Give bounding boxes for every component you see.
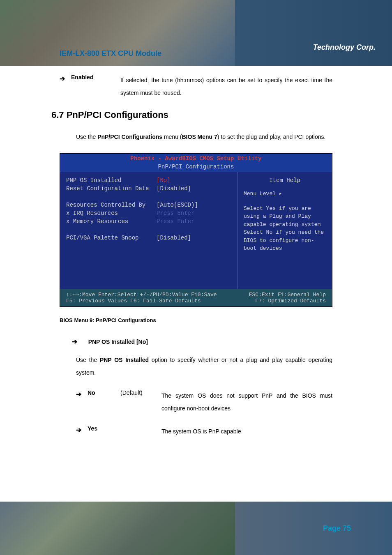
bios-value: [No] (157, 177, 171, 184)
option-label: No (88, 389, 120, 396)
option-desc: If selected, the tune (hh:mm:ss) options… (120, 74, 332, 99)
intro-text: Use the (76, 134, 97, 140)
bios-help-title: Item Help (244, 177, 326, 184)
intro-text: ) to set the plug and play, and PCI opti… (217, 134, 326, 140)
arrow-icon: ➔ (76, 426, 81, 434)
section-intro: Use the PnP/PCI Configurations menu (BIO… (76, 131, 332, 143)
sub-option-label: PNP OS Installed [No] (88, 339, 148, 345)
bios-value: [Disabled] (157, 235, 191, 241)
bios-item: x Memory Resources (66, 218, 157, 225)
footer-banner: Page 75 (0, 502, 392, 555)
bios-item: Resources Controlled By (66, 202, 157, 208)
arrow-icon: ➔ (72, 338, 77, 345)
option-desc: The system OS is PnP capable (161, 425, 332, 438)
intro-text: Use the (76, 357, 100, 363)
bios-item: Reset Configuration Data (66, 185, 157, 192)
intro-bold: PNP OS Installed (100, 357, 149, 363)
bios-value: [Auto(ESCD)] (157, 202, 198, 208)
option-row: ➔ No (Default) The system OS does not su… (76, 389, 332, 415)
bios-menu-level: Menu Level ▸ (244, 190, 326, 198)
sub-option-intro: Use the PNP OS Installed option to speci… (76, 354, 332, 379)
bios-footer-text: F7: Optimized Defaults (255, 298, 326, 304)
bios-value: Press Enter (157, 218, 194, 225)
bios-screenshot: Phoenix - AwardBIOS CMOS Setup Utility P… (60, 153, 332, 307)
sub-option-heading: ➔ PNP OS Installed [No] (72, 338, 332, 345)
bios-footer-text: F5: Previous Values F6: Fail-Safe Defaul… (66, 298, 201, 304)
main-content: ➔ Enabled If selected, the tune (hh:mm:s… (0, 66, 392, 438)
bios-value: [Disabled] (157, 185, 191, 192)
product-title: IEM-LX-800 ETX CPU Module (60, 49, 161, 58)
option-row: ➔ Yes The system OS is PnP capable (76, 425, 332, 438)
option-label: Yes (88, 425, 120, 432)
bios-item: PNP OS Installed (66, 177, 157, 184)
bios-help-panel: Item Help Menu Level ▸ Select Yes if you… (238, 172, 332, 289)
bios-footer-text: ESC:Exit F1:General Help (249, 292, 326, 298)
option-label: Enabled (71, 74, 120, 81)
intro-bold: BIOS Menu 7 (182, 134, 217, 140)
bios-item: x IRQ Resources (66, 210, 157, 216)
option-default: (Default) (120, 389, 161, 396)
intro-bold: PnP/PCI Configurations (97, 134, 162, 140)
page-number: Page 75 (323, 524, 351, 533)
bios-title: Phoenix - AwardBIOS CMOS Setup Utility (60, 154, 332, 164)
bios-subtitle: PnP/PCI Configurations (60, 164, 332, 172)
arrow-icon: ➔ (60, 75, 65, 83)
intro-text: menu ( (162, 134, 182, 140)
section-heading: 6.7 PnP/PCI Configurations (51, 110, 332, 120)
bios-footer: ↑↓←→:Move Enter:Select +/-/PU/PD:Value F… (60, 289, 332, 306)
arrow-icon: ➔ (76, 390, 81, 398)
company-label: Technology Corp. (313, 43, 376, 52)
footer-image (0, 502, 235, 555)
prev-option-row: ➔ Enabled If selected, the tune (hh:mm:s… (60, 74, 332, 99)
option-desc: The system OS does not support PnP and t… (161, 389, 332, 415)
bios-left-panel: PNP OS Installed[No] Reset Configuration… (60, 172, 238, 289)
figure-caption: BIOS Menu 9: PnP/PCI Configurations (60, 317, 332, 323)
bios-help-text: Select Yes if you are using a Plug and P… (244, 205, 326, 253)
bios-footer-text: ↑↓←→:Move Enter:Select +/-/PU/PD:Value F… (66, 292, 217, 298)
bios-content: PNP OS Installed[No] Reset Configuration… (60, 172, 332, 289)
option-list: ➔ No (Default) The system OS does not su… (76, 389, 332, 438)
bios-value: Press Enter (157, 210, 194, 216)
bios-item: PCI/VGA Palette Snoop (66, 235, 157, 241)
header-banner: Technology Corp. IEM-LX-800 ETX CPU Modu… (0, 0, 392, 66)
